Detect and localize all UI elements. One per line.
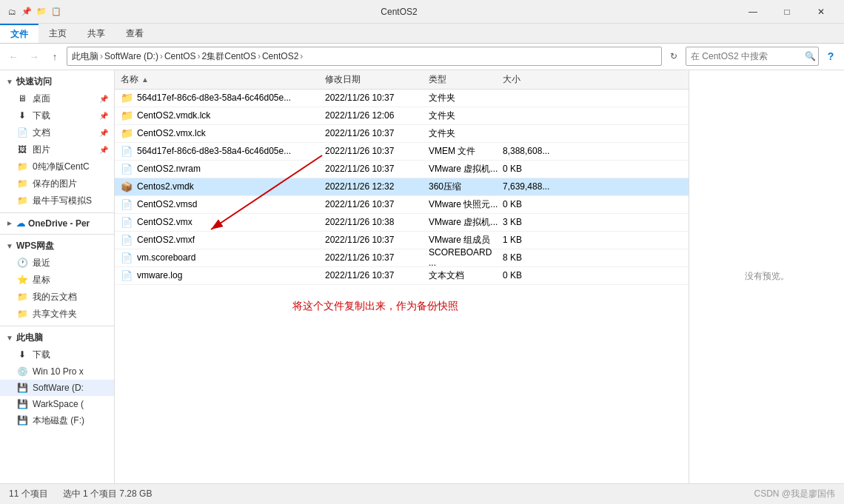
file-name-11: vmware.log: [137, 270, 182, 280]
table-row[interactable]: 📄 CentOS2.vmx 2022/11/26 10:38 VMware 虚拟…: [115, 214, 689, 232]
refresh-button[interactable]: ↻: [665, 47, 683, 65]
address-path[interactable]: 此电脑 › SoftWare (D:) › CentOS › 2集群CentOS…: [67, 47, 662, 66]
sidebar-header-thispc[interactable]: ▼ 此电脑: [0, 329, 114, 346]
table-row[interactable]: 📄 vm.scoreboard 2022/11/26 10:37 SCOREBO…: [115, 249, 689, 267]
window-title: CentOS2: [62, 7, 736, 17]
cloud-icon: ☁: [16, 218, 25, 229]
close-button[interactable]: ✕: [804, 0, 838, 24]
help-button[interactable]: ?: [822, 47, 840, 65]
sidebar-item-my-cloud[interactable]: 📁 我的云文档: [0, 289, 114, 306]
file-size-7: 0 KB: [500, 199, 566, 209]
search-icon[interactable]: 🔍: [805, 51, 816, 61]
quick-access-icon[interactable]: 📌: [21, 6, 33, 18]
tab-view[interactable]: 查看: [115, 24, 154, 43]
pin-icon: 📌: [99, 95, 108, 103]
table-row[interactable]: 📁 CentOS2.vmx.lck 2022/11/26 10:37 文件夹: [115, 125, 689, 143]
sidebar-item-handwriting[interactable]: 📁 最牛手写模拟S: [0, 192, 114, 209]
software-icon: 💾: [16, 382, 28, 394]
file-date-2: 2022/11/26 12:06: [322, 110, 426, 121]
folder-icon-2: 📁: [16, 178, 28, 189]
breadcrumb-cluster[interactable]: 2集群CentOS: [202, 50, 256, 63]
file-type-6: 360压缩: [426, 181, 500, 193]
expand-arrow-pc-icon: ▼: [6, 334, 13, 342]
sidebar-label-handwriting: 最牛手写模拟S: [33, 195, 92, 207]
sidebar-item-starred[interactable]: ⭐ 星标: [0, 272, 114, 289]
properties-icon[interactable]: 📋: [50, 6, 62, 18]
title-bar-icons: 🗂 📌 📁 📋: [6, 6, 62, 18]
sidebar-header-onedrive[interactable]: ► ☁ OneDrive - Per: [0, 216, 114, 231]
col-header-type[interactable]: 类型: [426, 73, 500, 86]
table-row-selected[interactable]: 📦 Centos2.vmdk 2022/11/26 12:32 360压缩 7,…: [115, 178, 689, 196]
col-header-size[interactable]: 大小: [500, 73, 566, 86]
star-icon: ⭐: [16, 274, 28, 286]
sidebar-item-workspace[interactable]: 💾 WarkSpace (: [0, 396, 114, 412]
sidebar-item-desktop[interactable]: 🖥 桌面 📌: [0, 90, 114, 107]
table-row[interactable]: 📁 CentOS2.vmdk.lck 2022/11/26 12:06 文件夹: [115, 107, 689, 125]
sidebar-item-pc-downloads[interactable]: ⬇ 下载: [0, 346, 114, 363]
sidebar-label-software: SoftWare (D:: [33, 383, 84, 393]
pin-icon-2: 📌: [99, 112, 108, 120]
window-icon: 🗂: [6, 6, 18, 18]
col-header-date[interactable]: 修改日期: [322, 73, 426, 86]
file-size-11: 0 KB: [500, 270, 566, 280]
sidebar-item-docs[interactable]: 📄 文档 📌: [0, 124, 114, 141]
sidebar-header-wps[interactable]: ▼ WPS网盘: [0, 238, 114, 255]
sidebar-section-onedrive: ► ☁ OneDrive - Per: [0, 216, 114, 231]
local-f-icon: 💾: [16, 414, 28, 426]
sidebar-section-quickaccess: ▼ 快速访问 🖥 桌面 📌 ⬇ 下载 📌 📄 文档 📌: [0, 73, 114, 209]
sidebar-item-saved-pics[interactable]: 📁 保存的图片: [0, 175, 114, 192]
file-type-8: VMware 虚拟机...: [426, 216, 500, 229]
table-row[interactable]: 📄 CentOS2.vmsd 2022/11/26 10:37 VMware 快…: [115, 196, 689, 214]
back-button[interactable]: ←: [4, 47, 22, 65]
ribbon-tabs: 文件 主页 共享 查看: [0, 24, 844, 43]
search-input[interactable]: [691, 51, 802, 61]
table-row[interactable]: 📄 CentOS2.nvram 2022/11/26 10:37 VMware …: [115, 161, 689, 178]
sidebar-label-starred: 星标: [33, 274, 50, 286]
forward-button[interactable]: →: [25, 47, 43, 65]
minimize-button[interactable]: —: [736, 0, 770, 24]
sidebar-item-downloads[interactable]: ⬇ 下载 📌: [0, 107, 114, 124]
file-name-10: vm.scoreboard: [137, 252, 195, 263]
table-row[interactable]: 📄 CentOS2.vmxf 2022/11/26 10:37 VMware 组…: [115, 232, 689, 249]
sidebar-item-win10[interactable]: 💿 Win 10 Pro x: [0, 363, 114, 380]
sidebar-label-docs: 文档: [33, 127, 50, 139]
sidebar-label-onedrive: OneDrive - Per: [28, 218, 90, 229]
sidebar-item-recent[interactable]: 🕐 最近: [0, 255, 114, 272]
sidebar-label-recent: 最近: [33, 257, 50, 269]
file-type-10: SCOREBOARD ...: [426, 247, 500, 268]
file-type-11: 文本文档: [426, 269, 500, 282]
breadcrumb-centos2[interactable]: CentOS2: [262, 51, 298, 61]
vmem-icon: 📄: [121, 145, 133, 157]
sidebar-item-shared[interactable]: 📁 共享文件夹: [0, 306, 114, 323]
file-type-4: VMEM 文件: [426, 145, 500, 158]
table-row[interactable]: 📄 vmware.log 2022/11/26 10:37 文本文档 0 KB: [115, 267, 689, 285]
tab-file[interactable]: 文件: [0, 24, 38, 43]
file-date-7: 2022/11/26 10:37: [322, 199, 426, 209]
sidebar-item-local-f[interactable]: 💾 本地磁盘 (F:): [0, 412, 114, 429]
search-box[interactable]: 🔍: [686, 47, 819, 66]
sidebar-section-label: 快速访问: [16, 75, 52, 88]
breadcrumb-pc[interactable]: 此电脑: [72, 50, 98, 63]
tab-share[interactable]: 共享: [77, 24, 115, 43]
sidebar-label-shared: 共享文件夹: [33, 308, 77, 320]
new-folder-icon[interactable]: 📁: [36, 6, 47, 18]
breadcrumb-centos[interactable]: CentOS: [164, 51, 196, 61]
vmsd-icon: 📄: [121, 198, 133, 210]
breadcrumb-software[interactable]: SoftWare (D:): [104, 51, 158, 61]
file-size-9: 1 KB: [500, 235, 566, 245]
maximize-button[interactable]: □: [770, 0, 804, 24]
up-button[interactable]: ↑: [46, 47, 64, 65]
tab-home[interactable]: 主页: [38, 24, 77, 43]
sidebar-item-pictures[interactable]: 🖼 图片 📌: [0, 141, 114, 158]
sidebar-header-quickaccess[interactable]: ▼ 快速访问: [0, 73, 114, 90]
table-row[interactable]: 📄 564d17ef-86c6-d8e3-58a4-6c46d05e... 20…: [115, 143, 689, 161]
pin-icon-3: 📌: [99, 129, 108, 137]
col-header-name[interactable]: 名称 ▲: [115, 73, 322, 86]
file-date: 2022/11/26 10:37: [322, 93, 426, 103]
sidebar-item-centos-clean[interactable]: 📁 0纯净版CentC: [0, 158, 114, 175]
window-controls[interactable]: — □ ✕: [736, 0, 838, 24]
sidebar-item-software-d[interactable]: 💾 SoftWare (D:: [0, 380, 114, 396]
sidebar-section-thispc: ▼ 此电脑 ⬇ 下载 💿 Win 10 Pro x 💾 SoftWare (D:…: [0, 329, 114, 429]
table-row[interactable]: 📁 564d17ef-86c6-d8e3-58a4-6c46d05e... 20…: [115, 90, 689, 107]
file-date-5: 2022/11/26 10:37: [322, 164, 426, 174]
